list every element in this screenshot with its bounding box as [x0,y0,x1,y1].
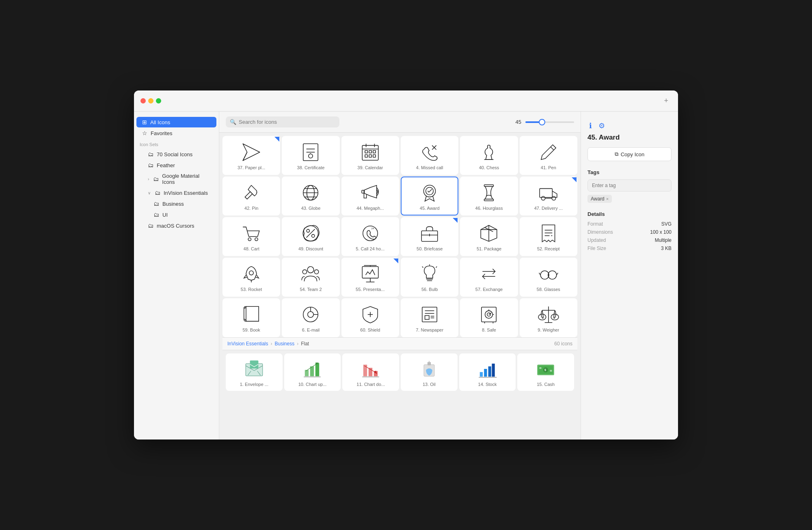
filter-button[interactable]: ⚙ [597,120,607,132]
icon-cell-team2[interactable]: 54. Team 2 [282,258,339,297]
copy-icon-button[interactable]: ⧉ Copy Icon [587,147,672,161]
search-input[interactable] [239,119,335,125]
sidebar-item-business[interactable]: 🗂 Business [136,198,216,209]
right-panel: ℹ ⚙ 45. Award ⧉ Copy Icon Tags Award × D… [581,112,678,440]
icon-cell-pen[interactable]: 41. Pen [520,136,577,175]
breadcrumb-part-1[interactable]: InVision Essentials [227,341,268,347]
icon-cell-pin[interactable]: 42. Pin [222,177,280,215]
slider-area: 45 [516,119,574,125]
icon-cell-receipt[interactable]: 52. Receipt [520,217,577,256]
svg-rect-58 [362,267,378,278]
flat-icon-cell-chart-down[interactable]: 11. Chart do... [342,353,399,391]
icon-cell-paper-plane[interactable]: 37. Paper pl... [222,136,280,175]
icon-cell-presentation[interactable]: 55. Presenta... [341,258,399,297]
flat-icon-cell-chart-up[interactable]: 10. Chart up... [284,353,341,391]
svg-rect-114 [428,362,431,365]
svg-rect-31 [484,199,494,201]
svg-point-33 [541,196,545,200]
icon-cell-award[interactable]: 45. Award [401,177,458,215]
icon-cell-book[interactable]: 59. Book [222,298,280,337]
icon-cell-email[interactable]: 6. E-mail [282,298,339,337]
chevron-down-icon: ∨ [148,191,151,195]
close-button[interactable] [140,98,146,103]
titlebar: + [134,90,678,112]
icon-cell-safe[interactable]: 8. Safe [460,298,518,337]
tag-remove-award[interactable]: × [606,196,609,201]
size-slider[interactable] [525,121,574,123]
minimize-button[interactable] [148,98,153,103]
add-button[interactable]: + [661,95,672,107]
copy-icon: ⧉ [615,151,618,157]
sidebar-item-google-material[interactable]: › 🗂 Google Material Icons [136,171,216,187]
search-icon: 🔍 [230,119,236,125]
slider-value-label: 45 [516,119,521,125]
icon-cell-discount[interactable]: 49. Discount [282,217,339,256]
flat-icons-grid-container: 1. Envelope ... 10. Chart u [222,350,577,394]
folder-icon: 🗂 [153,200,159,207]
flat-icon-cell-cash[interactable]: $ 15. Cash [517,353,574,391]
svg-point-97 [551,314,559,320]
details-section-label: Details [587,211,672,217]
svg-rect-32 [540,189,552,198]
flat-icon-cell-envelope[interactable]: 1. Envelope ... [226,353,283,391]
tag-input[interactable] [587,179,672,192]
svg-point-39 [307,229,310,232]
sidebar-item-feather[interactable]: 🗂 Feather [136,160,216,170]
icon-cell-call-24h[interactable]: 24 5. Call 24 ho... [341,217,399,256]
icon-cell-missed-call[interactable]: 4. Missed call [401,136,458,175]
detail-val-format: SVG [631,221,672,227]
sidebar-item-all-icons[interactable]: ⊞ All Icons [136,117,216,127]
svg-point-5 [309,154,313,158]
sidebar-item-70-social[interactable]: 🗂 70 Social Icons [136,149,216,159]
icon-cell-exchange[interactable]: 57. Exchange [460,258,518,297]
icon-cell-package[interactable]: 51. Package [460,217,518,256]
main-layout: ⊞ All Icons ☆ Favorites Icon Sets 🗂 70 S… [134,112,678,440]
svg-rect-116 [480,372,483,377]
svg-line-21 [251,192,253,194]
icon-cell-calendar[interactable]: 39. Calendar [341,136,399,175]
star-icon: ☆ [142,130,147,136]
grid-icon: ⊞ [142,119,147,125]
toolbar: 🔍 45 [219,112,581,133]
info-button[interactable]: ℹ [587,120,594,132]
icon-cell-hourglass[interactable]: 46. Hourglass [460,177,518,215]
flat-icon-cell-stock[interactable]: 14. Stock [459,353,516,391]
sidebar-item-ui[interactable]: 🗂 UI [136,209,216,220]
icon-cell-bulb[interactable]: 56. Bulb [401,258,458,297]
icon-cell-glasses[interactable]: 58. Glasses [520,258,577,297]
svg-rect-12 [369,151,371,153]
svg-point-96 [538,314,546,320]
folder-icon: 🗂 [148,151,153,157]
detail-val-filesize: 3 KB [631,246,672,251]
icon-cell-delivery[interactable]: 47. Delivery ... [520,177,577,215]
maximize-button[interactable] [156,98,161,103]
icon-cell-megaphone[interactable]: 44. Megaph... [341,177,399,215]
icon-cell-certificate[interactable]: 38. Certificate [282,136,339,175]
breadcrumb-part-2[interactable]: Business [275,341,295,347]
flat-icon-cell-oil[interactable]: 13. Oil [401,353,458,391]
icon-cell-globe[interactable]: 43. Globe [282,177,339,215]
detail-key-dimensions: Dimensions [587,229,629,235]
icon-cell-briefcase[interactable]: 50. Briefcase [401,217,458,256]
icon-cell-shield[interactable]: 60. Shield [341,298,399,337]
details-grid: Format SVG Dimensions 100 x 100 Updated … [587,221,672,251]
svg-rect-80 [422,307,437,322]
sidebar-item-macos-cursors[interactable]: 🗂 macOS Cursors [136,220,216,231]
svg-point-40 [312,235,315,237]
svg-point-68 [540,271,549,279]
icon-cell-rocket[interactable]: 53. Rocket [222,258,280,297]
icon-cell-chess[interactable]: 40. Chess [460,136,518,175]
sidebar-item-favorites[interactable]: ☆ Favorites [136,128,216,138]
detail-key-filesize: File Size [587,246,629,251]
search-box: 🔍 [226,116,339,127]
sidebar-item-invision-essentials[interactable]: ∨ 🗂 InVision Essentials [136,187,216,198]
icon-cell-cart[interactable]: 48. Cart [222,217,280,256]
svg-rect-102 [250,360,258,368]
icon-cell-weigher[interactable]: 9. Weigher [520,298,577,337]
icon-cell-newspaper[interactable]: 7. Newspaper [401,298,458,337]
detail-key-format: Format [587,221,629,227]
svg-point-34 [552,196,555,200]
svg-rect-105 [315,363,319,376]
svg-point-69 [548,271,557,279]
tags-section-label: Tags [587,169,672,175]
